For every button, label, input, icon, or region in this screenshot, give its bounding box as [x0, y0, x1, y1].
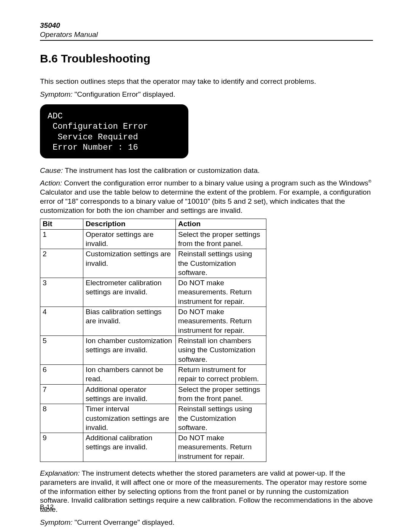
symptom-text: "Configuration Error" displayed. — [73, 90, 175, 98]
table-row: 1Operator settings are invalid.Select th… — [40, 229, 266, 249]
cell-bit: 1 — [40, 229, 83, 249]
registered-mark: ® — [368, 179, 371, 184]
action-text-b: Calculator and use the table below to de… — [40, 188, 371, 214]
cell-action: Do NOT make measurements. Return instrum… — [176, 307, 266, 336]
intro-paragraph: This section outlines steps that the ope… — [40, 77, 373, 86]
display-line-3: Service Required — [48, 132, 181, 143]
page-number: B-12 — [40, 503, 54, 511]
display-line-2: Configuration Error — [48, 121, 181, 132]
cell-description: Customization settings are invalid. — [83, 249, 176, 278]
symptom-label: Symptom: — [40, 90, 73, 98]
explanation-paragraph: Explanation: The instrument detects whet… — [40, 469, 373, 514]
cell-bit: 4 — [40, 307, 83, 336]
display-line-1: ADC — [48, 111, 181, 122]
action-paragraph: Action: Convert the configuration error … — [40, 179, 373, 215]
cause-text: The instrument has lost the calibration … — [63, 166, 260, 174]
cell-bit: 5 — [40, 336, 83, 365]
cell-bit: 3 — [40, 278, 83, 307]
display-line-4: Error Number : 16 — [48, 142, 181, 153]
table-row: 2Customization settings are invalid.Rein… — [40, 249, 266, 278]
col-header-description: Description — [83, 219, 176, 229]
action-label: Action: — [40, 179, 62, 187]
cell-bit: 6 — [40, 364, 83, 384]
cell-action: Reinstall settings using the Customizati… — [176, 249, 266, 278]
table-row: 4Bias calibration settings are invalid.D… — [40, 307, 266, 336]
symptom-text: "Current Overrange" displayed. — [73, 518, 175, 526]
table-header-row: Bit Description Action — [40, 219, 266, 229]
section-heading: B.6 Troubleshooting — [40, 51, 373, 66]
cell-action: Do NOT make measurements. Return instrum… — [176, 433, 266, 462]
doc-title: Operators Manual — [40, 30, 373, 39]
table-row: 5Ion chamber customization settings are … — [40, 336, 266, 365]
cause-label: Cause: — [40, 166, 63, 174]
table-row: 8Timer interval customization settings a… — [40, 404, 266, 433]
cell-action: Do NOT make measurements. Return instrum… — [176, 278, 266, 307]
symptom-2: Symptom: "Current Overrange" displayed. — [40, 518, 373, 527]
cell-bit: 9 — [40, 433, 83, 462]
cell-description: Additional calibration settings are inva… — [83, 433, 176, 462]
symptom-label: Symptom: — [40, 518, 73, 526]
doc-number: 35040 — [40, 21, 373, 30]
cell-description: Operator settings are invalid. — [83, 229, 176, 249]
explanation-label: Explanation: — [40, 469, 80, 477]
cell-action: Select the proper settings from the fron… — [176, 229, 266, 249]
symptom-1: Symptom: "Configuration Error" displayed… — [40, 90, 373, 99]
troubleshooting-table: Bit Description Action 1Operator setting… — [40, 219, 266, 462]
table-row: 9Additional calibration settings are inv… — [40, 433, 266, 462]
cell-description: Ion chamber customization settings are i… — [83, 336, 176, 365]
page-header: 35040 Operators Manual — [40, 21, 373, 41]
cell-description: Electrometer calibration settings are in… — [83, 278, 176, 307]
cell-action: Select the proper settings from the fron… — [176, 384, 266, 404]
cell-action: Reinstall settings using the Customizati… — [176, 404, 266, 433]
cause-paragraph: Cause: The instrument has lost the calib… — [40, 166, 373, 175]
cell-bit: 2 — [40, 249, 83, 278]
action-text-a: Convert the configuration error number t… — [62, 179, 368, 187]
cell-action: Return instrument for repair to correct … — [176, 364, 266, 384]
cell-bit: 7 — [40, 384, 83, 404]
table-row: 7Additional operator settings are invali… — [40, 384, 266, 404]
cell-action: Reinstall ion chambers using the Customi… — [176, 336, 266, 365]
col-header-action: Action — [176, 219, 266, 229]
cell-description: Timer interval customization settings ar… — [83, 404, 176, 433]
cell-description: Ion chambers cannot be read. — [83, 364, 176, 384]
cell-description: Additional operator settings are invalid… — [83, 384, 176, 404]
col-header-bit: Bit — [40, 219, 83, 229]
cell-bit: 8 — [40, 404, 83, 433]
explanation-text: The instrument detects whether the store… — [40, 469, 373, 513]
cell-description: Bias calibration settings are invalid. — [83, 307, 176, 336]
table-row: 3Electrometer calibration settings are i… — [40, 278, 266, 307]
error-display-box: ADC Configuration Error Service Required… — [40, 104, 188, 158]
table-row: 6Ion chambers cannot be read.Return inst… — [40, 364, 266, 384]
